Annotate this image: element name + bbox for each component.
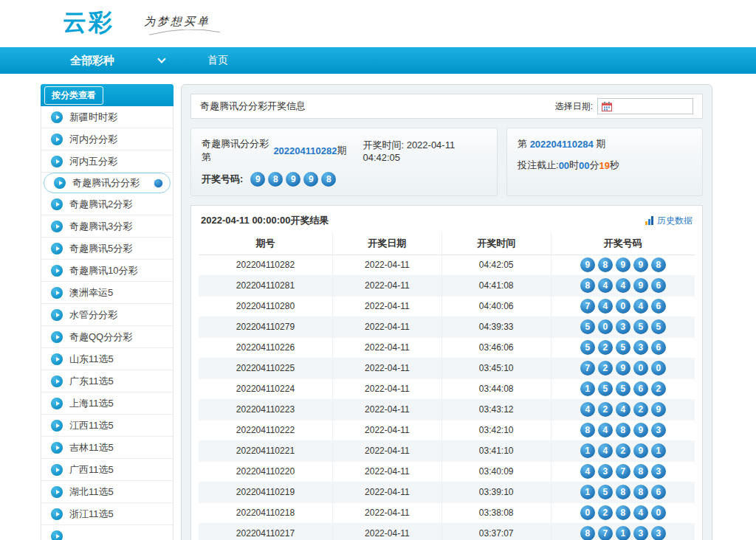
cell-balls: 84893 [551,423,695,437]
active-ball-icon [154,179,163,188]
play-icon [51,375,63,387]
sidebar-item[interactable]: 上海11选5 [41,392,173,415]
play-icon [51,442,63,454]
play-icon [51,265,63,277]
sidebar-item[interactable]: 河内分分彩 [41,128,173,150]
lottery-ball: 6 [651,485,666,499]
lottery-ball: 5 [598,485,613,499]
countdown-line: 投注截止: 00时00分19秒 [518,159,692,172]
sidebar-item[interactable]: 河内五分彩 [41,150,173,173]
lottery-ball: 5 [580,319,595,334]
sidebar-item[interactable]: 浙江11选5 [41,503,173,525]
table-row: 202204110219 2022-04-11 03:39:10 15886 [199,482,695,502]
lottery-ball: 4 [598,423,613,437]
sidebar-item[interactable]: 吉林11选5 [41,437,173,459]
table-row: 202204110224 2022-04-11 03:44:08 15562 [199,378,695,399]
sidebar-item-label: 河内分分彩 [69,133,117,146]
lottery-ball: 3 [651,423,666,437]
play-icon [51,198,63,210]
current-numbers-line: 开奖号码: 98998 [202,172,487,187]
slogan-underline-swoosh [144,30,225,36]
cell-balls: 84496 [551,278,695,293]
view-by-category-button[interactable]: 按分类查看 [44,86,103,105]
table-row: 202204110221 2022-04-11 03:41:10 14291 [199,440,695,461]
sidebar-item-label: 新疆时时彩 [69,111,117,124]
cell-date: 2022-04-11 [332,337,441,358]
lottery-ball: 3 [598,464,613,479]
cell-time: 03:41:10 [441,440,551,461]
nav-home[interactable]: 首页 [207,54,228,67]
countdown-minutes-unit: 分 [590,159,599,172]
sidebar-item[interactable]: 奇趣QQ分分彩 [41,326,173,348]
lottery-ball: 8 [633,485,648,499]
cell-date: 2022-04-11 [332,358,441,378]
cell-date: 2022-04-11 [332,316,441,337]
sidebar-item[interactable]: 奇趣腾讯分分彩 [44,173,171,193]
next-draw-issue-line: 第 202204110284 期 [518,137,692,150]
lottery-ball: 9 [616,257,630,272]
lottery-ball: 0 [633,361,648,375]
lottery-ball: 6 [651,340,666,355]
lottery-ball: 5 [616,381,630,396]
history-data-link[interactable]: 历史数据 [645,215,693,227]
lottery-ball: 9 [303,172,318,187]
sidebar-item[interactable]: 奇趣腾讯3分彩 [41,215,173,238]
play-icon [51,486,63,498]
results-header: 2022-04-11 00:00:00开奖结果 历史数据 [199,209,695,232]
countdown-seconds: 19 [599,160,610,171]
sidebar-item[interactable]: 山东11选5 [41,348,173,370]
cell-time: 03:46:06 [441,337,551,358]
sidebar-item[interactable]: 广东11选5 [41,370,173,392]
col-issue: 期号 [199,232,332,255]
lottery-ball: 8 [633,464,648,479]
sidebar-list: 新疆时时彩 河内分分彩 河内五分彩 奇趣腾讯分分彩 奇趣腾讯2分彩 奇趣腾讯3分… [41,106,173,540]
date-picker-input[interactable] [597,98,693,114]
sidebar-item[interactable]: 广西11选5 [41,459,173,481]
results-title: 2022-04-11 00:00:00开奖结果 [201,214,329,227]
lottery-ball: 0 [580,505,595,520]
cell-issue: 202204110225 [199,358,332,378]
cell-date: 2022-04-11 [332,440,441,461]
sidebar-item-label: 奇趣QQ分分彩 [69,330,132,344]
lottery-ball: 6 [651,299,666,314]
cell-time: 03:38:08 [441,502,551,523]
cell-time: 04:39:33 [441,316,551,337]
bar-chart-icon [645,216,654,225]
lottery-ball: 5 [580,340,595,355]
sidebar-item[interactable]: 江西11选5 [41,415,173,437]
cell-issue: 202204110223 [199,399,332,420]
sidebar-item[interactable]: 新疆时时彩 [41,106,173,128]
lottery-ball: 9 [633,423,648,437]
lottery-ball: 3 [633,340,648,355]
lottery-ball: 4 [616,278,630,293]
results-table: 期号 开奖日期 开奖时间 开奖号码 202204110282 2022-04-1… [199,232,695,540]
sidebar-item[interactable]: 水管分分彩 [41,304,173,326]
lottery-ball: 7 [580,299,595,314]
lottery-ball: 1 [580,443,595,458]
results-box: 2022-04-11 00:00:00开奖结果 历史数据 期号 开奖日期 开奖时… [190,205,703,540]
sidebar-item[interactable]: 湖北11选5 [41,481,173,503]
sidebar-item[interactable]: 奇趣腾讯10分彩 [41,260,173,282]
countdown-label: 投注截止: [518,159,559,172]
cell-balls: 14291 [551,443,695,458]
sidebar-item[interactable]: 澳洲幸运5 [41,282,173,304]
play-icon [51,353,63,365]
countdown-seconds-unit: 秒 [610,159,619,172]
table-row: 202204110282 2022-04-11 04:42:05 98998 [199,255,695,275]
lottery-ball: 9 [633,257,648,272]
lottery-ball: 9 [250,172,265,187]
table-row: 202204110281 2022-04-11 04:41:08 84496 [199,275,695,296]
sidebar-item[interactable]: 奇趣腾讯2分彩 [41,193,173,215]
play-icon [51,221,63,232]
nav-all-lotteries[interactable]: 全部彩种 [70,54,165,68]
cell-date: 2022-04-11 [332,296,441,316]
next-draw-prefix: 第 [518,137,527,150]
panel-titlebar: 奇趣腾讯分分彩开奖信息 选择日期: [190,94,703,119]
sidebar-item[interactable] [41,525,173,540]
lottery-ball: 9 [580,257,595,272]
sidebar-item[interactable]: 奇趣腾讯5分彩 [41,238,173,260]
lottery-ball: 6 [651,278,666,293]
table-row: 202204110217 2022-04-11 03:37:07 87133 [199,523,695,540]
lottery-ball: 9 [616,361,630,375]
sidebar-item-label: 山东11选5 [69,353,114,366]
